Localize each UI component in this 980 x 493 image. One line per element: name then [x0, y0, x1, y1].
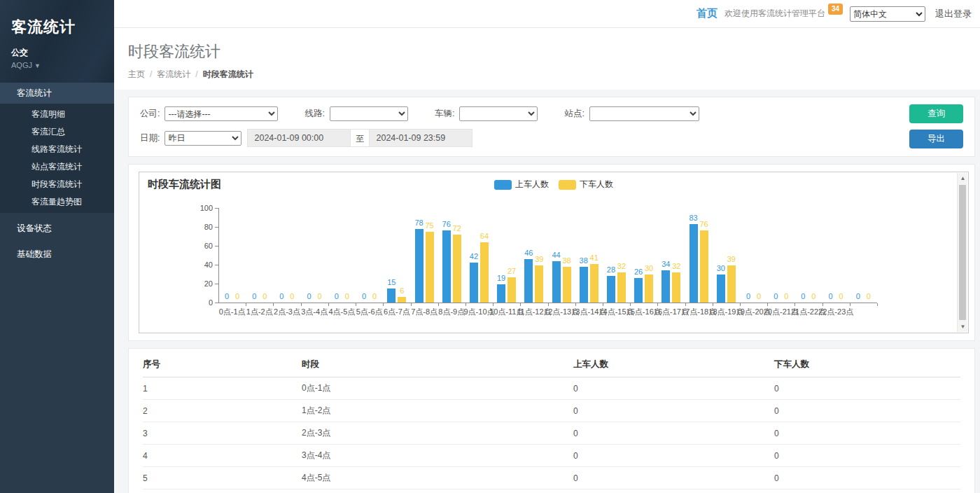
- bar-value-label: 27: [498, 267, 526, 275]
- bar-value-label: 15: [377, 278, 405, 286]
- export-button[interactable]: 导出: [909, 130, 963, 148]
- x-axis-label: 2点-3点: [274, 307, 300, 317]
- bar-value-label: 39: [718, 255, 746, 263]
- breadcrumb-separator: /: [195, 69, 197, 79]
- cell: 0: [774, 445, 960, 467]
- x-tick-mark: [685, 303, 686, 306]
- bar-boarding: [607, 276, 615, 303]
- sidebar-item-基础数据[interactable]: 基础数据: [0, 244, 114, 265]
- cell: 0: [573, 400, 774, 422]
- bar-boarding: [717, 275, 725, 303]
- column-header-序号: 序号: [143, 352, 302, 377]
- sidebar-subitem-客流量趋势图[interactable]: 客流量趋势图: [0, 193, 114, 211]
- legend-label: 下车人数: [580, 179, 613, 190]
- x-tick-mark: [273, 303, 274, 306]
- station-select[interactable]: [589, 106, 699, 121]
- x-tick-mark: [794, 303, 795, 306]
- x-tick-mark: [301, 303, 302, 306]
- x-tick-mark: [383, 303, 384, 306]
- sidebar-subitem-站点客流统计[interactable]: 站点客流统计: [0, 158, 114, 176]
- sidebar-subitem-线路客流统计[interactable]: 线路客流统计: [0, 141, 114, 158]
- bar-boarding: [690, 224, 698, 303]
- column-header-上车人数: 上车人数: [573, 352, 774, 377]
- cell: 0: [774, 377, 960, 400]
- cell: 0: [573, 489, 774, 493]
- line-select[interactable]: [330, 106, 408, 121]
- bar-value-label: 6: [388, 286, 416, 295]
- vehicle-select[interactable]: [459, 106, 538, 121]
- bar-boarding: [442, 230, 451, 303]
- bar-boarding: [524, 259, 533, 303]
- cell: 1: [143, 377, 302, 400]
- x-axis-label: 0点-1点: [219, 307, 246, 317]
- cell: 0: [573, 445, 774, 467]
- x-axis-label: 7点-8点: [411, 307, 438, 317]
- bar-alighting: [426, 232, 434, 303]
- breadcrumb-section[interactable]: 客流统计: [157, 69, 190, 79]
- sidebar-subitem-客流汇总[interactable]: 客流汇总: [0, 123, 114, 141]
- x-tick-mark: [520, 303, 521, 306]
- x-tick-mark: [822, 303, 823, 306]
- cell: 0: [774, 467, 960, 489]
- scrollbar-thumb[interactable]: [959, 185, 966, 320]
- legend-item-下车人数[interactable]: 下车人数: [559, 179, 613, 190]
- sidebar-subitem-客流明细[interactable]: 客流明细: [0, 106, 114, 123]
- x-tick-mark: [246, 303, 246, 306]
- x-tick-mark: [630, 303, 631, 306]
- logout-link[interactable]: 退出登录: [935, 8, 972, 20]
- cell: 5点-6点: [302, 489, 573, 493]
- cell: 3点-4点: [302, 445, 573, 467]
- org-selector[interactable]: AQGJ▼: [11, 61, 103, 69]
- scroll-up-icon[interactable]: ▲: [958, 173, 968, 183]
- company-select[interactable]: ---请选择---: [164, 106, 278, 121]
- chart-title: 时段车流统计图: [148, 178, 221, 191]
- y-tick-mark: [215, 208, 218, 209]
- home-link[interactable]: 首页: [696, 7, 718, 20]
- cell: 5: [143, 467, 302, 489]
- table-row: 43点-4点00: [143, 445, 960, 467]
- date-preset-select[interactable]: 昨日: [164, 131, 241, 146]
- bar-value-label: 0: [855, 292, 883, 300]
- scroll-down-icon[interactable]: ▼: [958, 321, 968, 332]
- x-tick-mark: [575, 303, 576, 306]
- table-row: 32点-3点00: [143, 422, 960, 445]
- y-axis-label: 60: [189, 242, 213, 250]
- bar-alighting: [398, 297, 406, 303]
- cell: 0: [774, 489, 960, 493]
- sidebar-item-设备状态[interactable]: 设备状态: [0, 218, 114, 239]
- sidebar-item-客流统计[interactable]: 客流统计: [0, 83, 114, 104]
- language-select[interactable]: 简体中文: [850, 6, 925, 22]
- table-row: 21点-2点00: [143, 400, 960, 422]
- y-tick-mark: [215, 265, 218, 265]
- breadcrumb-home[interactable]: 主页: [128, 69, 145, 79]
- y-tick-mark: [215, 227, 218, 228]
- bar-alighting: [535, 265, 543, 303]
- chart-scrollbar[interactable]: ▲ ▼: [957, 173, 967, 332]
- app-title: 客流统计: [11, 17, 103, 38]
- x-tick-mark: [356, 303, 356, 306]
- x-axis-label: 4点-5点: [328, 307, 355, 317]
- cell: 6: [143, 489, 302, 493]
- date-to-input[interactable]: 2024-01-09 23:59: [369, 129, 472, 147]
- cell: 4点-5点: [302, 467, 573, 489]
- bar-boarding: [415, 229, 424, 303]
- x-tick-mark: [713, 303, 713, 306]
- chart-panel: 时段车流统计图 上车人数下车人数 ▲ ▼ 0204060801000点-1点00…: [128, 164, 975, 341]
- legend-item-上车人数[interactable]: 上车人数: [494, 179, 549, 190]
- sidebar-subitem-时段客流统计[interactable]: 时段客流统计: [0, 176, 114, 193]
- org-name: 公交: [11, 47, 103, 59]
- x-tick-mark: [328, 303, 329, 306]
- org-code-label: AQGJ: [11, 61, 32, 69]
- x-tick-mark: [438, 303, 439, 306]
- y-tick-mark: [215, 303, 218, 303]
- date-label: 日期:: [140, 132, 160, 144]
- y-axis: [218, 208, 219, 303]
- x-tick-mark: [877, 303, 878, 306]
- x-axis-label: 22点-23点: [818, 307, 853, 317]
- date-from-input[interactable]: 2024-01-09 00:00: [247, 129, 351, 147]
- x-axis-label: 8点-9点: [438, 307, 465, 317]
- query-button[interactable]: 查询: [909, 104, 963, 123]
- x-tick-mark: [767, 303, 768, 306]
- table-row: 65点-6点00: [143, 489, 960, 493]
- bar-alighting: [617, 272, 626, 303]
